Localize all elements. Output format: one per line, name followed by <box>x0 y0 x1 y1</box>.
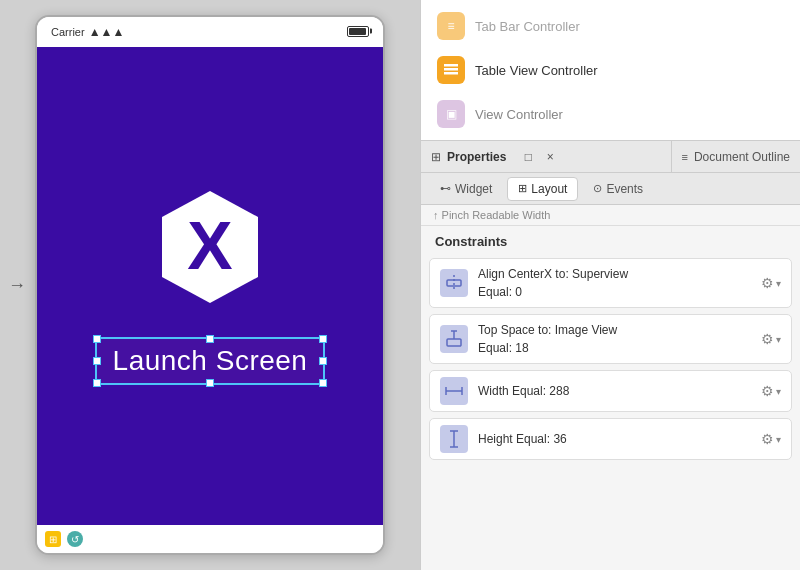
chevron-down-icon[interactable]: ▾ <box>776 386 781 397</box>
gear-icon[interactable]: ⚙ <box>761 383 774 399</box>
list-item-label: Tab Bar Controller <box>475 19 580 34</box>
xamarin-logo: X <box>150 187 270 307</box>
tabs-bar: ⊷ Widget ⊞ Layout ⊙ Events <box>421 173 800 205</box>
handle-br <box>319 379 327 387</box>
bottom-bar: ⊞ ↺ <box>37 525 383 553</box>
gear-icon[interactable]: ⚙ <box>761 431 774 447</box>
handle-ml <box>93 357 101 365</box>
constraint-gear-2[interactable]: ⚙ ▾ <box>761 383 781 399</box>
svg-rect-4 <box>444 72 458 75</box>
handle-bl <box>93 379 101 387</box>
widget-tab-icon: ⊷ <box>440 182 451 195</box>
view-controller-icon: ▣ <box>437 100 465 128</box>
svg-rect-3 <box>444 68 458 71</box>
constraint-gear-3[interactable]: ⚙ ▾ <box>761 431 781 447</box>
tab-widget-label: Widget <box>455 182 492 196</box>
launch-screen-container[interactable]: Launch Screen <box>95 337 326 385</box>
list-item-label: Table View Controller <box>475 63 598 78</box>
status-bar: Carrier ▲▲▲ <box>37 17 383 47</box>
tab-events-label: Events <box>606 182 643 196</box>
panel-header-left: ⊞ Properties □ × <box>421 141 672 172</box>
gear-icon[interactable]: ⚙ <box>761 331 774 347</box>
constraint-align-centerx: Align CenterX to: Superview Equal: 0 ⚙ ▾ <box>429 258 792 308</box>
launch-screen-selection: Launch Screen <box>95 337 326 385</box>
document-outline-icon: ≡ <box>682 151 688 163</box>
properties-title: Properties <box>447 150 506 164</box>
handle-tr <box>319 335 327 343</box>
handle-mr <box>319 357 327 365</box>
document-outline-label[interactable]: Document Outline <box>694 150 790 164</box>
list-item[interactable]: ≡ Tab Bar Controller <box>421 4 800 48</box>
constraint-height: Height Equal: 36 ⚙ ▾ <box>429 418 792 460</box>
chevron-down-icon[interactable]: ▾ <box>776 334 781 345</box>
properties-panel: ⊞ Properties □ × ≡ Document Outline ⊷ Wi… <box>421 141 800 570</box>
width-icon <box>440 377 468 405</box>
tab-events[interactable]: ⊙ Events <box>582 177 654 201</box>
handle-tc <box>206 335 214 343</box>
svg-rect-7 <box>447 339 461 346</box>
list-item[interactable]: ▣ View Controller <box>421 92 800 136</box>
bottom-icon-grid[interactable]: ⊞ <box>45 531 61 547</box>
phone-content: X Launch Screen <box>37 47 383 525</box>
layout-tab-icon: ⊞ <box>518 182 527 195</box>
tab-layout-label: Layout <box>531 182 567 196</box>
wifi-icon: ▲▲▲ <box>89 25 125 39</box>
tab-bar-icon: ≡ <box>437 12 465 40</box>
minimize-btn[interactable]: □ <box>520 149 536 165</box>
properties-icon: ⊞ <box>431 150 441 164</box>
scroll-hint: ↑ Pinch Readable Width <box>421 205 800 226</box>
simulator-area: → Carrier ▲▲▲ X <box>0 0 420 570</box>
bottom-icon-refresh[interactable]: ↺ <box>67 531 83 547</box>
constraint-gear-1[interactable]: ⚙ ▾ <box>761 331 781 347</box>
arrow-icon: → <box>8 275 26 296</box>
height-icon <box>440 425 468 453</box>
handle-tl <box>93 335 101 343</box>
gear-icon[interactable]: ⚙ <box>761 275 774 291</box>
constraint-align-centerx-text: Align CenterX to: Superview Equal: 0 <box>478 265 751 301</box>
tab-widget[interactable]: ⊷ Widget <box>429 177 503 201</box>
phone-frame: Carrier ▲▲▲ X <box>35 15 385 555</box>
svg-text:X: X <box>187 207 232 283</box>
panel-header-right: ≡ Document Outline <box>672 141 800 172</box>
constraint-height-text: Height Equal: 36 <box>478 430 751 448</box>
chevron-down-icon[interactable]: ▾ <box>776 278 781 289</box>
carrier-label: Carrier ▲▲▲ <box>51 25 124 39</box>
constraint-top-space: Top Space to: Image View Equal: 18 ⚙ ▾ <box>429 314 792 364</box>
close-btn[interactable]: × <box>542 149 558 165</box>
constraint-width-text: Width Equal: 288 <box>478 382 751 400</box>
list-item-label: View Controller <box>475 107 563 122</box>
constraint-gear-0[interactable]: ⚙ ▾ <box>761 275 781 291</box>
panel-header: ⊞ Properties □ × ≡ Document Outline <box>421 141 800 173</box>
constraint-width: Width Equal: 288 ⚙ ▾ <box>429 370 792 412</box>
launch-screen-label: Launch Screen <box>113 345 308 376</box>
battery-status <box>347 26 369 39</box>
right-panel: ≡ Tab Bar Controller Table View Controll… <box>420 0 800 570</box>
events-tab-icon: ⊙ <box>593 182 602 195</box>
svg-rect-2 <box>444 64 458 67</box>
table-view-icon <box>437 56 465 84</box>
constraints-section-title: Constraints <box>421 226 800 255</box>
top-space-icon <box>440 325 468 353</box>
list-item[interactable]: Table View Controller <box>421 48 800 92</box>
constraint-top-space-text: Top Space to: Image View Equal: 18 <box>478 321 751 357</box>
component-list: ≡ Tab Bar Controller Table View Controll… <box>421 0 800 141</box>
tab-layout[interactable]: ⊞ Layout <box>507 177 578 201</box>
chevron-down-icon[interactable]: ▾ <box>776 434 781 445</box>
handle-bc <box>206 379 214 387</box>
align-centerx-icon <box>440 269 468 297</box>
